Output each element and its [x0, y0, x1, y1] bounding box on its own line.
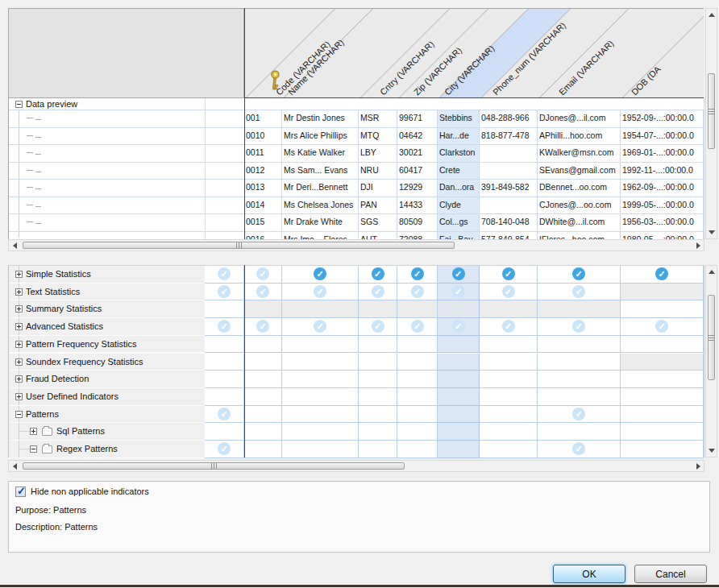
- indicator-cell[interactable]: [205, 423, 244, 441]
- indicators-vertical-scrollbar[interactable]: [705, 265, 717, 458]
- indicator-cell[interactable]: [244, 441, 282, 458]
- indicator-cell[interactable]: [205, 371, 244, 388]
- indicator-cell[interactable]: [621, 388, 704, 406]
- indicator-cell[interactable]: [538, 388, 621, 406]
- expand-icon[interactable]: [15, 323, 23, 330]
- indicator-row-label[interactable]: Summary Statistics: [8, 300, 205, 318]
- indicator-cell[interactable]: [621, 371, 704, 388]
- indicator-cell[interactable]: [621, 284, 704, 301]
- indicator-cell[interactable]: ✓: [282, 318, 359, 336]
- indicator-cell[interactable]: [359, 441, 397, 458]
- indicator-cell[interactable]: [205, 354, 244, 371]
- indicator-cell[interactable]: ✓: [359, 318, 397, 336]
- expand-icon[interactable]: [15, 358, 23, 366]
- indicator-cell[interactable]: [244, 300, 282, 318]
- scrollbar-thumb[interactable]: [23, 242, 455, 249]
- indicator-cell[interactable]: [359, 406, 397, 424]
- indicator-row-label[interactable]: Fraud Detection: [8, 371, 205, 388]
- indicator-cell[interactable]: [480, 300, 538, 318]
- indicator-cell[interactable]: ✓: [538, 441, 621, 458]
- indicator-cell[interactable]: [397, 388, 438, 406]
- scroll-up-arrow[interactable]: [706, 9, 717, 21]
- column-header[interactable]: DOB (DA: [629, 64, 663, 97]
- indicator-cell[interactable]: [359, 336, 397, 354]
- collapse-icon[interactable]: [15, 101, 23, 108]
- indicator-cell[interactable]: [480, 371, 538, 388]
- indicator-cell[interactable]: ✓: [205, 266, 244, 284]
- indicator-cell[interactable]: [282, 441, 359, 458]
- indicator-cell[interactable]: ✓: [621, 318, 704, 336]
- indicator-cell[interactable]: [359, 388, 397, 406]
- expand-icon[interactable]: [15, 271, 23, 278]
- indicator-cell[interactable]: [397, 371, 438, 388]
- expand-icon[interactable]: [15, 375, 23, 383]
- indicator-cell[interactable]: [538, 423, 621, 441]
- indicator-cell[interactable]: [480, 406, 538, 424]
- expand-icon[interactable]: [15, 305, 23, 313]
- scrollbar-thumb[interactable]: [708, 295, 715, 380]
- indicator-cell[interactable]: ✓: [282, 284, 359, 301]
- indicator-cell[interactable]: ✓: [438, 318, 480, 336]
- indicator-cell[interactable]: [438, 406, 480, 424]
- indicator-cell[interactable]: ✓: [538, 406, 621, 424]
- indicator-cell[interactable]: ✓: [538, 284, 621, 301]
- expand-icon[interactable]: [15, 288, 23, 296]
- scrollbar-thumb[interactable]: [23, 462, 405, 470]
- indicator-cell[interactable]: [438, 423, 480, 441]
- indicator-row-label[interactable]: Soundex Frequency Statistics: [8, 354, 205, 371]
- column-header[interactable]: Code (VARCHAR): [273, 39, 332, 97]
- indicator-row-label[interactable]: Regex Patterns: [8, 441, 205, 458]
- indicator-cell[interactable]: [359, 423, 397, 441]
- cancel-button[interactable]: Cancel: [634, 565, 707, 583]
- expand-icon[interactable]: [15, 341, 23, 348]
- indicator-cell[interactable]: [438, 354, 480, 371]
- scroll-right-arrow[interactable]: [692, 461, 704, 471]
- scroll-down-arrow[interactable]: [706, 226, 717, 238]
- indicator-cell[interactable]: [205, 336, 244, 354]
- indicator-cell[interactable]: [538, 300, 621, 318]
- indicator-cell[interactable]: [397, 354, 438, 371]
- indicator-cell[interactable]: ✓: [397, 266, 438, 284]
- indicator-cell[interactable]: [480, 388, 538, 406]
- indicator-cell[interactable]: [244, 388, 282, 406]
- indicator-cell[interactable]: [282, 423, 359, 441]
- indicator-row-label[interactable]: Patterns: [8, 406, 205, 424]
- expand-icon[interactable]: [30, 428, 37, 435]
- indicator-cell[interactable]: [480, 354, 538, 371]
- indicator-cell[interactable]: [244, 354, 282, 371]
- indicator-row-label[interactable]: User Defined Indicators: [8, 388, 205, 406]
- scroll-down-arrow[interactable]: [706, 445, 717, 457]
- indicator-cell[interactable]: [480, 441, 538, 458]
- indicator-cell[interactable]: ✓: [244, 284, 282, 301]
- indicator-row-label[interactable]: Advanced Statistics: [8, 318, 205, 336]
- indicator-cell[interactable]: [438, 388, 480, 406]
- indicator-cell[interactable]: [538, 371, 621, 388]
- indicator-cell[interactable]: ✓: [538, 266, 621, 284]
- preview-horizontal-scrollbar[interactable]: [8, 239, 704, 251]
- indicator-cell[interactable]: [480, 336, 538, 354]
- indicator-row-label[interactable]: Text Statistics: [8, 284, 205, 301]
- indicator-cell[interactable]: ✓: [480, 318, 538, 336]
- indicator-cell[interactable]: [244, 336, 282, 354]
- scroll-left-arrow[interactable]: [9, 240, 21, 251]
- indicator-cell[interactable]: [282, 354, 359, 371]
- indicator-cell[interactable]: [538, 336, 621, 354]
- indicator-cell[interactable]: [205, 300, 244, 318]
- hide-indicators-label[interactable]: Hide non applicable indicators: [31, 487, 149, 496]
- preview-vertical-scrollbar[interactable]: [705, 8, 717, 239]
- indicator-cell[interactable]: [282, 336, 359, 354]
- indicator-cell[interactable]: [359, 300, 397, 318]
- indicator-cell[interactable]: [205, 388, 244, 406]
- indicator-cell[interactable]: [621, 441, 704, 458]
- indicator-cell[interactable]: ✓: [538, 318, 621, 336]
- indicator-cell[interactable]: [244, 423, 282, 441]
- indicator-cell[interactable]: ✓: [480, 284, 538, 301]
- indicator-cell[interactable]: [359, 354, 397, 371]
- indicator-cell[interactable]: ✓: [621, 266, 704, 284]
- indicator-cell[interactable]: [282, 371, 359, 388]
- indicator-cell[interactable]: ✓: [244, 266, 282, 284]
- hide-indicators-checkbox[interactable]: ✓: [15, 487, 26, 497]
- column-header[interactable]: Email (VARCHAR): [556, 38, 616, 97]
- indicator-cell[interactable]: ✓: [359, 266, 397, 284]
- indicator-cell[interactable]: [244, 371, 282, 388]
